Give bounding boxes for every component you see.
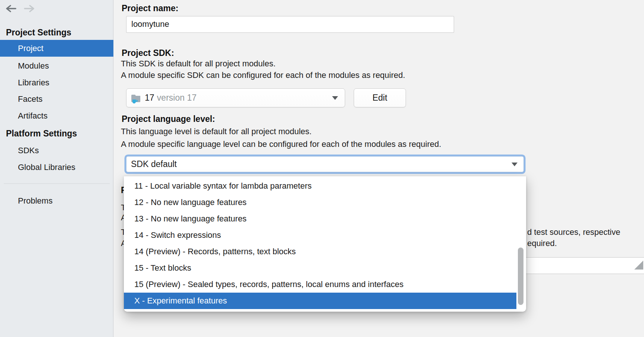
dropdown-option-11[interactable]: 11 - Local variable syntax for lambda pa… <box>124 178 516 194</box>
sidebar-item-artifacts[interactable]: Artifacts <box>0 107 113 124</box>
edit-sdk-button[interactable]: Edit <box>354 88 406 107</box>
obscured-text-right-fragment-1: d test sources, respective <box>527 227 620 237</box>
dropdown-option-12[interactable]: 12 - No new language features <box>124 194 516 211</box>
language-level-description-2: A module specific language level can be … <box>121 139 441 149</box>
dropdown-option-14[interactable]: 14 - Switch expressions <box>124 227 516 243</box>
language-level-description-1: This language level is default for all p… <box>121 127 312 136</box>
project-sdk-label: Project SDK: <box>122 48 174 58</box>
sidebar-item-global-libraries[interactable]: Global Libraries <box>0 159 113 176</box>
sidebar: Project Settings Project Modules Librari… <box>0 0 113 337</box>
expand-field-icon[interactable] <box>634 261 644 271</box>
sidebar-item-libraries[interactable]: Libraries <box>0 74 113 91</box>
history-nav <box>5 3 35 14</box>
dropdown-option-14-preview[interactable]: 14 (Preview) - Records, patterns, text b… <box>124 243 516 260</box>
dropdown-scrollbar-thumb[interactable] <box>518 248 523 305</box>
project-name-label: Project name: <box>122 3 178 13</box>
sdk-selected-version: version 17 <box>157 93 197 103</box>
sidebar-item-facets[interactable]: Facets <box>0 91 113 107</box>
jdk-icon <box>131 92 141 104</box>
language-level-dropdown-list: 11 - Local variable syntax for lambda pa… <box>124 176 526 312</box>
sdk-selected-name: 17 <box>145 93 154 103</box>
chevron-down-icon <box>512 163 518 166</box>
dropdown-option-15-preview[interactable]: 15 (Preview) - Sealed types, records, pa… <box>124 276 516 293</box>
project-sdk-description-2: A module specific SDK can be configured … <box>121 70 405 80</box>
sidebar-item-modules[interactable]: Modules <box>0 57 113 74</box>
chevron-down-icon <box>332 96 338 100</box>
language-level-selected-value: SDK default <box>131 159 177 169</box>
language-level-label: Project language level: <box>122 114 215 124</box>
sidebar-item-project[interactable]: Project <box>0 40 113 57</box>
project-name-input[interactable]: loomytune <box>126 16 454 33</box>
platform-settings-header: Platform Settings <box>6 129 77 138</box>
project-settings-header: Project Settings <box>6 28 71 37</box>
language-level-combobox[interactable]: SDK default <box>126 156 524 172</box>
project-sdk-description-1: This SDK is default for all project modu… <box>121 59 276 69</box>
obscured-text-right-fragment-2: equired. <box>527 239 557 248</box>
project-structure-dialog: { "sidebar": { "back_icon": "left-arrow"… <box>0 0 644 337</box>
dropdown-option-13[interactable]: 13 - No new language features <box>124 211 516 227</box>
project-sdk-combobox[interactable]: 17 version 17 <box>126 88 345 107</box>
back-arrow-icon[interactable] <box>5 3 17 14</box>
sidebar-item-problems[interactable]: Problems <box>0 192 113 209</box>
sidebar-divider <box>4 183 110 184</box>
forward-arrow-icon[interactable] <box>23 3 35 14</box>
dropdown-option-x-experimental[interactable]: X - Experimental features <box>124 293 516 309</box>
sidebar-item-sdks[interactable]: SDKs <box>0 142 113 159</box>
dropdown-option-15[interactable]: 15 - Text blocks <box>124 260 516 276</box>
